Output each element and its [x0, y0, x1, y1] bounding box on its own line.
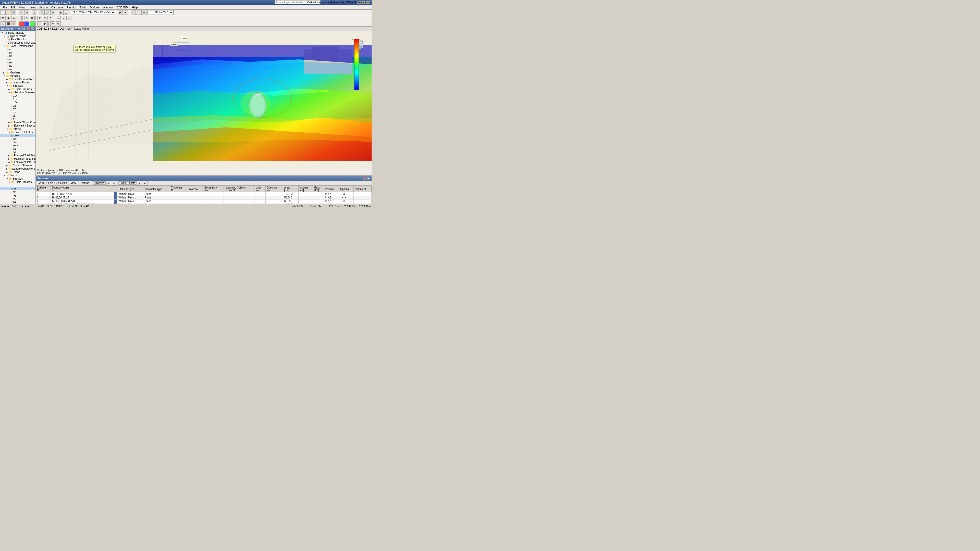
nav-tau2[interactable]: ○ τ2: [0, 118, 35, 121]
view-combo[interactable]: 1 - Global XYZ: [149, 10, 173, 15]
nav-sigmavm[interactable]: ○ σv: [0, 107, 35, 111]
menu-assign[interactable]: Assign: [38, 6, 49, 9]
toolbar-view[interactable]: View: [70, 182, 77, 184]
nav-static-analysis[interactable]: ▼ 📊 Static Analysis: [0, 31, 35, 35]
print-button[interactable]: 🖨: [32, 10, 37, 15]
nav-shape[interactable]: ▶ 📁 Shape: [0, 170, 35, 174]
toolbar-edit[interactable]: Edit: [47, 182, 54, 184]
nav-equiv-stresses[interactable]: ▶ 📁 Equivalent Stresses: [0, 124, 35, 127]
move-button[interactable]: ✛: [142, 10, 146, 15]
table-row[interactable]: 3 19-26,36-45,27 Without Thick... Plane …: [36, 196, 372, 200]
run-calc-button[interactable]: ▶: [118, 10, 123, 15]
nav-type-of-results[interactable]: ▼ 📋 Type of results: [0, 35, 35, 38]
nav-internal-forces[interactable]: ▶ 📁 Internal Forces: [0, 81, 35, 84]
nav-equiv-total-strains[interactable]: ▶ 📁 Equivalent Total Strains: [0, 160, 35, 164]
nav-sigma1+[interactable]: ○ σ1+: [0, 94, 35, 97]
nav-max-total-strains[interactable]: ▶ 📁 Maximum Total Strains: [0, 157, 35, 160]
basic-obj-left-btn[interactable]: ◄: [137, 181, 142, 186]
nav-tau-xy[interactable]: ○ τxy: [0, 194, 35, 197]
toolbar-selection[interactable]: Selection: [56, 182, 68, 184]
nav-contact-stresses[interactable]: ▶ 📁 Contact Stresses: [0, 164, 35, 167]
tb2-grid[interactable]: ⊠: [30, 16, 35, 21]
nav-sig-z[interactable]: ○ σz: [0, 190, 35, 194]
nav-eps-xy[interactable]: ○ εxy+: [0, 144, 35, 147]
zoom-in-button[interactable]: 🔍: [40, 10, 45, 15]
nav-tau1[interactable]: ○ τ1: [0, 114, 35, 118]
nav-sigma2+[interactable]: ○ σ2+: [0, 101, 35, 104]
nav-sig-y[interactable]: ◉ σy: [0, 187, 35, 190]
3d-scene[interactable]: XZ 75.00 60.00 + –: [36, 31, 372, 175]
nav-basic-total-strains[interactable]: ▼ 📂 Basic Total Strains: [0, 130, 35, 134]
nav-phix[interactable]: ○ φx: [0, 61, 35, 64]
nav-surfaces[interactable]: ▼ 📁 Surfaces: [0, 74, 35, 78]
nav-uy[interactable]: ○ uy: [0, 54, 35, 58]
nav-global-deformations[interactable]: ▼ 📁 Global Deformations: [0, 44, 35, 48]
nav-eps-yy[interactable]: ○ εyy+: [0, 137, 35, 141]
nav-taum[interactable]: ○ τm: [0, 111, 35, 114]
open-button[interactable]: 📁: [6, 10, 11, 15]
rotate-button[interactable]: ↻: [136, 10, 141, 15]
menu-edit[interactable]: Edit: [9, 6, 17, 9]
toolbar-settings[interactable]: Settings: [79, 182, 90, 184]
basic-obj-right-btn[interactable]: ►: [143, 181, 148, 186]
load-case-combo[interactable]: S:C: CO2 - LC1+LC2+LC3+LC4: [71, 10, 115, 15]
select-button[interactable]: ↖: [130, 10, 136, 15]
tb3-color2[interactable]: [24, 21, 29, 26]
stop-button[interactable]: ■: [123, 10, 128, 15]
toolbar-goto[interactable]: Go To: [37, 182, 46, 184]
nav-eps-yz[interactable]: ○ εyz+: [0, 151, 35, 154]
tb2-b2[interactable]: ▣: [6, 16, 11, 21]
tb2-b4[interactable]: ☰: [17, 16, 22, 21]
nav-solids[interactable]: ▼ 📁 Solids: [0, 174, 35, 177]
menu-insert[interactable]: Insert: [27, 6, 37, 9]
status-page-nav[interactable]: ◄◄ ◄: [1, 205, 9, 208]
redo-button[interactable]: ↪: [24, 10, 29, 15]
menu-results[interactable]: Results: [65, 6, 78, 9]
nav-close-button[interactable]: ✕: [31, 27, 35, 30]
tb3-b2[interactable]: ⬛: [6, 21, 11, 26]
nav-principal-stresses[interactable]: ▼ 📂 Principal Stresses: [0, 91, 35, 94]
menu-cadbim[interactable]: CAD-BIM: [115, 6, 130, 9]
nav-sigma1-[interactable]: ○ σ1-: [0, 97, 35, 101]
tb2-axis[interactable]: X: [37, 16, 42, 21]
menu-file[interactable]: File: [1, 6, 9, 9]
status-page-next[interactable]: ► ►►: [21, 205, 29, 208]
nav-sig-x[interactable]: ○ σx: [0, 184, 35, 187]
nav-solids-basic-stresses[interactable]: ▼ 📂 Basic Stresses: [0, 180, 35, 184]
nav-eps-xz[interactable]: ○ εxz+: [0, 147, 35, 151]
tb2-b3[interactable]: ◈: [11, 16, 16, 21]
nav-eps-xx[interactable]: ◉ εxx+: [0, 134, 35, 137]
status-bgrid[interactable]: BGRID: [56, 205, 65, 208]
tb3-animate[interactable]: ▶: [43, 21, 48, 26]
nav-phiz[interactable]: ○ φz: [0, 68, 35, 71]
tb3-color1[interactable]: [19, 21, 24, 26]
nav-elastic-stress[interactable]: ▶ 📁 Elastic Stress Components: [0, 121, 35, 124]
render-button[interactable]: ▣: [58, 10, 63, 15]
nav-diff-initial[interactable]: ○ Differences to initial state: [0, 41, 35, 44]
tb3-contour[interactable]: ≋: [50, 21, 56, 26]
status-osnap[interactable]: OSNAP: [80, 205, 89, 208]
tb2-3d[interactable]: Z: [48, 16, 53, 21]
undo-button[interactable]: ↩: [19, 10, 24, 15]
menu-window[interactable]: Window: [101, 6, 115, 9]
tb2-surfaces[interactable]: ▭: [66, 16, 72, 21]
nav-basic-stresses[interactable]: ▶ 📁 Basic Stresses: [0, 87, 35, 91]
tb2-nodes[interactable]: ●: [56, 16, 61, 21]
tb3-deform[interactable]: ↕: [37, 21, 42, 26]
nav-uz[interactable]: ○ uz: [0, 58, 35, 61]
status-snap[interactable]: SNAP: [36, 205, 44, 208]
menu-view[interactable]: View: [18, 6, 27, 9]
tb3-b3[interactable]: 🎨: [11, 21, 16, 26]
tb2-b1[interactable]: ⊞: [0, 16, 6, 21]
nav-solids-stresses[interactable]: ▼ 📂 Stresses: [0, 177, 35, 180]
tb2-lines[interactable]: ╱: [61, 16, 66, 21]
viewport[interactable]: CO2 - LC1 + LC2 + LC3 + LC4 Loads [kN/m²…: [36, 27, 372, 208]
nav-final-results[interactable]: ◉ Final Results: [0, 38, 35, 41]
tb2-plane[interactable]: Y: [43, 16, 48, 21]
nav-tau-xz[interactable]: ○ τxz: [0, 197, 35, 200]
struct-left-btn[interactable]: ◄: [106, 181, 111, 186]
table-row[interactable]: 4 4-9,26,68,37-58,270 Without Thick... P…: [36, 200, 372, 203]
struct-right-btn[interactable]: ►: [112, 181, 117, 186]
nav-local-deformations[interactable]: ▶ 📁 Local Deformations: [0, 78, 35, 81]
menu-tools[interactable]: Tools: [78, 6, 88, 9]
